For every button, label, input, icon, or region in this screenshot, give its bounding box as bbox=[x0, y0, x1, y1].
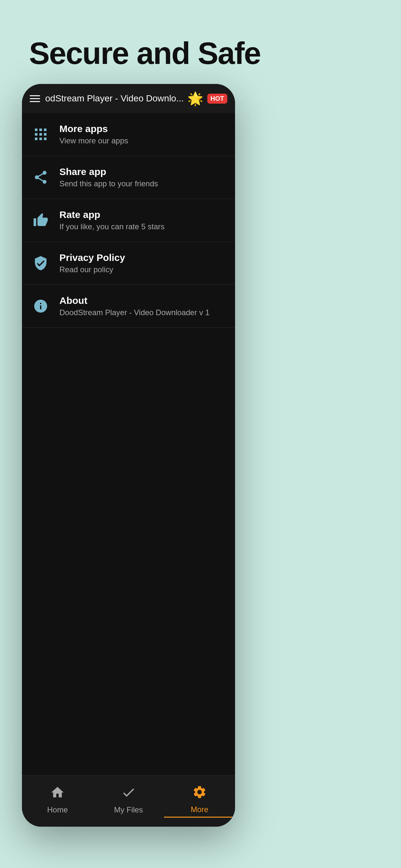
app-title: odStream Player - Video Downlo... bbox=[45, 93, 184, 104]
info-icon bbox=[31, 297, 50, 316]
privacy-policy-text: Privacy Policy Read our policy bbox=[59, 252, 125, 274]
more-apps-label: More apps bbox=[59, 123, 128, 134]
nav-my-files[interactable]: My Files bbox=[93, 785, 164, 817]
rate-app-sublabel: If you like, you can rate 5 stars bbox=[59, 222, 165, 231]
menu-list: More apps View more our apps Share app S… bbox=[22, 113, 235, 328]
more-apps-sublabel: View more our apps bbox=[59, 136, 128, 145]
rate-app-text: Rate app If you like, you can rate 5 sta… bbox=[59, 209, 165, 231]
star-emoji: 🌟 bbox=[187, 91, 204, 106]
menu-item-privacy-policy[interactable]: Privacy Policy Read our policy bbox=[22, 242, 235, 285]
privacy-policy-label: Privacy Policy bbox=[59, 252, 125, 263]
hot-badge: HOT bbox=[207, 94, 227, 104]
nav-more[interactable]: More bbox=[164, 785, 235, 817]
main-content: More apps View more our apps Share app S… bbox=[22, 113, 235, 775]
more-apps-text: More apps View more our apps bbox=[59, 123, 128, 145]
grid-icon bbox=[31, 125, 50, 144]
phone-frame: odStream Player - Video Downlo... 🌟 HOT … bbox=[22, 84, 235, 827]
menu-item-about[interactable]: About DoodStream Player - Video Download… bbox=[22, 285, 235, 328]
about-label: About bbox=[59, 295, 210, 306]
nav-home-label: Home bbox=[47, 805, 68, 814]
bottom-nav: Home My Files More bbox=[22, 775, 235, 827]
shield-icon bbox=[31, 253, 50, 273]
menu-item-more-apps[interactable]: More apps View more our apps bbox=[22, 113, 235, 156]
more-icon bbox=[192, 785, 207, 802]
menu-item-share-app[interactable]: Share app Send this app to your friends bbox=[22, 156, 235, 199]
nav-more-label: More bbox=[191, 805, 209, 814]
about-sublabel: DoodStream Player - Video Downloader v 1 bbox=[59, 308, 210, 317]
nav-my-files-label: My Files bbox=[114, 805, 143, 814]
share-app-text: Share app Send this app to your friends bbox=[59, 166, 158, 188]
thumbsup-icon bbox=[31, 211, 50, 230]
home-icon bbox=[50, 785, 65, 803]
share-app-label: Share app bbox=[59, 166, 158, 177]
share-app-sublabel: Send this app to your friends bbox=[59, 179, 158, 188]
about-text: About DoodStream Player - Video Download… bbox=[59, 295, 210, 317]
rate-app-label: Rate app bbox=[59, 209, 165, 220]
privacy-policy-sublabel: Read our policy bbox=[59, 265, 125, 274]
menu-item-rate-app[interactable]: Rate app If you like, you can rate 5 sta… bbox=[22, 199, 235, 242]
page-title: Secure and Safe bbox=[29, 35, 260, 71]
share-icon bbox=[31, 167, 50, 187]
myfiles-icon bbox=[121, 785, 136, 803]
nav-home[interactable]: Home bbox=[22, 785, 93, 817]
hamburger-icon[interactable] bbox=[30, 95, 40, 102]
top-bar: odStream Player - Video Downlo... 🌟 HOT bbox=[22, 84, 235, 113]
